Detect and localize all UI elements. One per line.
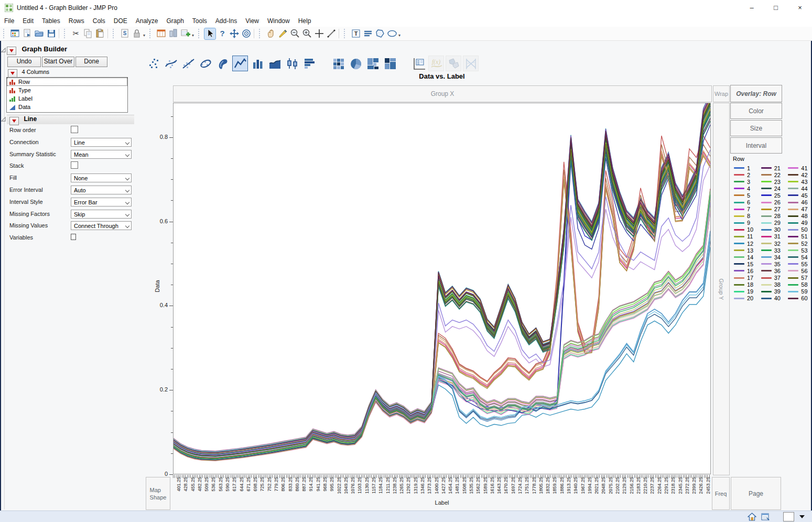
legend-entry-11[interactable]: 11 xyxy=(734,233,757,240)
color-zone[interactable]: Color xyxy=(730,103,782,119)
palette-mosaic-icon[interactable] xyxy=(382,56,398,71)
legend-entry-15[interactable]: 15 xyxy=(734,260,757,267)
page-zone[interactable]: Page xyxy=(731,477,781,510)
legend-entry-29[interactable]: 29 xyxy=(761,220,785,226)
legend-entry-1[interactable]: 1 xyxy=(734,165,757,171)
freq-zone[interactable]: Freq xyxy=(712,477,730,510)
variables-expand-icon[interactable] xyxy=(71,234,75,240)
legend-entry-50[interactable]: 50 xyxy=(788,226,811,233)
legend-entry-28[interactable]: 28 xyxy=(761,213,785,220)
legend-entry-56[interactable]: 56 xyxy=(788,267,811,274)
palette-treemap-icon[interactable] xyxy=(365,56,381,71)
palette-caption-box-icon[interactable] xyxy=(411,56,427,71)
palette-smoother-icon[interactable] xyxy=(163,56,179,71)
new-data-table-icon[interactable] xyxy=(9,28,20,39)
legend-entry-52[interactable]: 52 xyxy=(788,240,811,247)
legend-entry-5[interactable]: 5 xyxy=(734,192,757,199)
legend-entry-20[interactable]: 20 xyxy=(734,295,757,302)
maximize-button[interactable]: □ xyxy=(764,0,788,16)
legend-entry-59[interactable]: 59 xyxy=(788,288,811,295)
line-red-triangle-icon[interactable] xyxy=(9,117,19,125)
undo-button[interactable]: Undo xyxy=(7,57,41,67)
column-item-label[interactable]: Label xyxy=(7,94,127,103)
home-icon[interactable] xyxy=(748,513,756,521)
palette-box-plot-icon[interactable] xyxy=(284,56,300,71)
palette-contour-icon[interactable] xyxy=(215,56,231,71)
map-shape-zone[interactable]: MapShape xyxy=(146,477,170,510)
legend-entry-26[interactable]: 26 xyxy=(761,199,785,205)
zoom-out-icon[interactable] xyxy=(289,28,300,39)
annotate-lines-icon[interactable] xyxy=(362,28,373,39)
column-item-data[interactable]: Data xyxy=(7,103,127,111)
legend-entry-43[interactable]: 43 xyxy=(788,178,811,185)
legend-entry-23[interactable]: 23 xyxy=(761,178,785,185)
new-journal-icon[interactable] xyxy=(21,28,33,39)
legend-entry-54[interactable]: 54 xyxy=(788,254,811,260)
status-dropdown-icon[interactable] xyxy=(799,515,805,518)
menu-tools[interactable]: Tools xyxy=(188,16,211,26)
summary-statistic-dropdown[interactable]: Mean xyxy=(71,150,132,159)
start-over-button[interactable]: Start Over xyxy=(42,57,74,67)
group-y-zone[interactable]: Group Y xyxy=(713,103,730,475)
overlay-button[interactable]: Overlay: Row xyxy=(730,85,782,102)
legend-entry-6[interactable]: 6 xyxy=(734,199,757,205)
toolbar-overflow-icon[interactable]: ▾ xyxy=(398,33,400,38)
menu-graph[interactable]: Graph xyxy=(162,16,188,26)
legend-entry-58[interactable]: 58 xyxy=(788,281,811,288)
palette-histogram-icon[interactable] xyxy=(301,56,317,71)
error-interval-dropdown[interactable]: Auto xyxy=(71,186,132,194)
columns-icon[interactable] xyxy=(168,28,179,39)
line-collapse-triangle-icon[interactable] xyxy=(1,116,6,122)
legend-entry-14[interactable]: 14 xyxy=(734,254,757,260)
legend-entry-32[interactable]: 32 xyxy=(761,240,785,247)
legend-entry-9[interactable]: 9 xyxy=(734,220,757,226)
palette-line-icon[interactable] xyxy=(232,56,248,71)
interval-style-dropdown[interactable]: Error Bar xyxy=(71,198,132,206)
menu-cols[interactable]: Cols xyxy=(89,16,110,26)
done-button[interactable]: Done xyxy=(75,57,107,67)
interval-zone[interactable]: Interval xyxy=(730,137,782,154)
toolbar-overflow-icon[interactable]: ▾ xyxy=(192,33,194,38)
grabber-icon[interactable] xyxy=(265,28,276,39)
missing-factors-dropdown[interactable]: Skip xyxy=(71,210,132,219)
toolbar-overflow-icon[interactable]: ▾ xyxy=(143,33,145,38)
legend-entry-13[interactable]: 13 xyxy=(734,247,757,254)
legend-entry-55[interactable]: 55 xyxy=(788,260,811,267)
cut-icon[interactable]: ✂ xyxy=(70,28,81,39)
legend-entry-30[interactable]: 30 xyxy=(761,226,785,233)
legend-entry-22[interactable]: 22 xyxy=(761,171,785,178)
crosshair-icon[interactable] xyxy=(313,28,324,39)
column-item-row[interactable]: Row xyxy=(7,78,127,86)
legend-entry-10[interactable]: 10 xyxy=(734,226,757,233)
plot-area[interactable] xyxy=(173,103,711,474)
legend-entry-17[interactable]: 17 xyxy=(734,275,757,281)
columns-list[interactable]: RowTypeLabelData xyxy=(6,77,128,113)
legend-entry-47[interactable]: 47 xyxy=(788,206,811,213)
legend-entry-25[interactable]: 25 xyxy=(761,192,785,199)
legend-entry-27[interactable]: 27 xyxy=(761,206,785,213)
zoom-in-icon[interactable] xyxy=(301,28,312,39)
legend-entry-44[interactable]: 44 xyxy=(788,185,811,192)
legend-entry-3[interactable]: 3 xyxy=(734,178,757,185)
palette-ellipse-icon[interactable] xyxy=(198,56,213,71)
move-icon[interactable] xyxy=(229,28,240,39)
legend-entry-18[interactable]: 18 xyxy=(734,281,757,288)
lock-icon[interactable] xyxy=(131,28,142,39)
palette-line-of-fit-icon[interactable] xyxy=(180,56,196,71)
data-table-icon[interactable] xyxy=(156,28,167,39)
menu-tables[interactable]: Tables xyxy=(38,16,64,26)
legend-entry-46[interactable]: 46 xyxy=(788,199,811,205)
palette-bar-icon[interactable] xyxy=(250,56,265,71)
legend-entry-34[interactable]: 34 xyxy=(761,254,785,260)
legend-entry-40[interactable]: 40 xyxy=(761,295,785,302)
add-rows-icon[interactable] xyxy=(180,28,191,39)
scroller-icon[interactable] xyxy=(326,28,337,39)
menu-rows[interactable]: Rows xyxy=(64,16,89,26)
legend-entry-60[interactable]: 60 xyxy=(788,295,811,302)
menu-help[interactable]: Help xyxy=(294,16,316,26)
menu-edit[interactable]: Edit xyxy=(18,16,38,26)
column-item-type[interactable]: Type xyxy=(7,86,127,94)
legend-entry-16[interactable]: 16 xyxy=(734,267,757,274)
legend-entry-8[interactable]: 8 xyxy=(734,213,757,220)
palette-pie-icon[interactable] xyxy=(348,56,363,71)
